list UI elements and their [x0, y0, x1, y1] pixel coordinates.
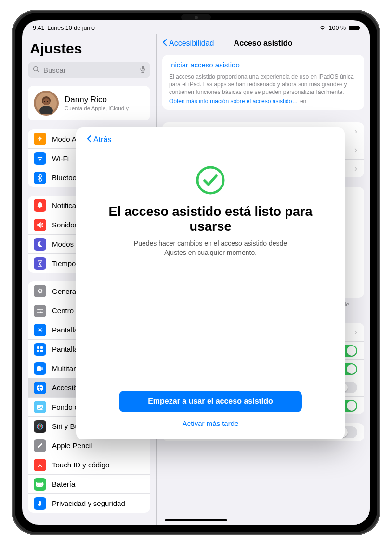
svg-rect-17: [37, 366, 41, 371]
switches-icon: [34, 305, 46, 317]
wifi-icon: [319, 25, 326, 32]
svg-point-25: [39, 425, 41, 427]
search-placeholder: Buscar: [39, 66, 140, 74]
bluetooth-icon: [34, 172, 46, 184]
hourglass-icon: [34, 257, 46, 270]
moon-icon: [34, 238, 46, 251]
svg-rect-27: [43, 483, 44, 485]
settings-title: Ajustes: [30, 40, 148, 57]
sidebar-item-touchid[interactable]: Touch ID y código: [28, 455, 150, 474]
status-time: 9:41: [33, 25, 44, 31]
wallpaper-icon: [34, 401, 46, 413]
svg-rect-14: [40, 346, 43, 349]
multitask-icon: [34, 362, 46, 375]
learn-more-link[interactable]: Obtén más información sobre el acceso as…: [169, 98, 298, 105]
chevron-left-icon: [162, 39, 167, 48]
fingerprint-icon: [34, 459, 46, 471]
status-bar: 9:41 Lunes 10 de junio 100 %: [22, 20, 370, 34]
svg-point-24: [38, 425, 42, 428]
mic-icon[interactable]: [140, 66, 145, 75]
search-input[interactable]: Buscar: [28, 62, 150, 78]
setup-complete-sheet: Atrás El acceso asistido está listo para…: [76, 127, 345, 439]
siri-icon: [34, 420, 46, 433]
ipad-frame: 9:41 Lunes 10 de junio 100 % Ajustes: [12, 10, 380, 535]
chevron-right-icon: ›: [354, 145, 357, 155]
activate-later-button[interactable]: Activar más tarde: [180, 419, 242, 428]
sidebar-item-privacy[interactable]: Privacidad y seguridad: [28, 493, 150, 513]
sidebar-item-label: Batería: [52, 480, 75, 488]
screen: 9:41 Lunes 10 de junio 100 % Ajustes: [22, 20, 370, 525]
back-label: Accesibilidad: [169, 39, 214, 48]
battery-icon: [34, 478, 46, 491]
gear-icon: ⚙: [34, 285, 46, 297]
sheet-back-label: Atrás: [93, 135, 111, 144]
sidebar-item-label: Apple Pencil: [52, 441, 92, 450]
brightness-icon: ☀: [34, 324, 46, 336]
sidebar-item-label: Sonidos: [52, 221, 78, 229]
svg-point-20: [39, 385, 41, 387]
svg-rect-16: [40, 350, 43, 352]
search-icon: [33, 66, 39, 74]
battery-icon: [349, 26, 359, 30]
hand-icon: [34, 497, 46, 510]
desc-tail: en: [300, 98, 306, 105]
bell-icon: [34, 199, 46, 212]
chevron-right-icon: ›: [354, 163, 357, 173]
sidebar-item-battery[interactable]: Batería: [28, 474, 150, 493]
svg-rect-18: [41, 367, 43, 370]
profile-name: Danny Rico: [65, 95, 129, 105]
sidebar-item-label: General: [52, 287, 78, 295]
checkmark-icon: [195, 165, 226, 196]
sheet-back-button[interactable]: Atrás: [87, 135, 334, 145]
svg-point-7: [44, 101, 45, 102]
svg-rect-2: [142, 66, 144, 69]
status-date: Lunes 10 de junio: [47, 25, 95, 31]
sheet-subtitle: Puedes hacer cambios en el acceso asisti…: [124, 239, 297, 257]
svg-rect-28: [37, 483, 42, 486]
svg-rect-15: [37, 350, 39, 352]
avatar: [34, 91, 59, 116]
airplane-icon: ✈: [34, 133, 46, 145]
wifi-icon: [34, 152, 46, 165]
chevron-right-icon: ›: [354, 126, 357, 136]
detail-title: Acceso asistido: [234, 39, 293, 48]
accessibility-icon: [34, 382, 46, 394]
chevron-right-icon: ›: [354, 327, 357, 337]
svg-point-29: [197, 167, 223, 193]
sidebar-item-label: Touch ID y código: [52, 461, 109, 469]
sheet-title: El acceso asistido está listo para usars…: [87, 204, 334, 234]
start-card: Iniciar acceso asistido El acceso asisti…: [162, 55, 364, 110]
back-button[interactable]: Accesibilidad: [162, 39, 214, 48]
speaker-icon: [34, 219, 46, 231]
front-camera: [181, 14, 211, 20]
profile-card[interactable]: Danny Rico Cuenta de Apple, iCloud y: [28, 86, 150, 120]
battery-percent: 100 %: [329, 25, 346, 31]
chevron-left-icon: [87, 135, 91, 145]
pencil-icon: [34, 439, 46, 452]
start-link[interactable]: Iniciar acceso asistido: [169, 61, 357, 69]
start-using-button[interactable]: Empezar a usar el acceso asistido: [119, 391, 302, 412]
sidebar-item-label: Privacidad y seguridad: [52, 499, 125, 507]
svg-rect-13: [37, 346, 39, 349]
svg-line-1: [38, 70, 39, 72]
sidebar-item-label: Wi-Fi: [52, 154, 69, 162]
svg-point-8: [47, 101, 48, 102]
detail-nav: Accesibilidad Acceso asistido: [162, 34, 364, 53]
home-indicator[interactable]: [165, 519, 227, 521]
grid-icon: [34, 343, 46, 356]
profile-subtitle: Cuenta de Apple, iCloud y: [65, 106, 129, 111]
svg-point-22: [39, 406, 39, 407]
start-desc: El acceso asistido proporciona una exper…: [169, 73, 357, 96]
svg-point-6: [43, 98, 50, 105]
